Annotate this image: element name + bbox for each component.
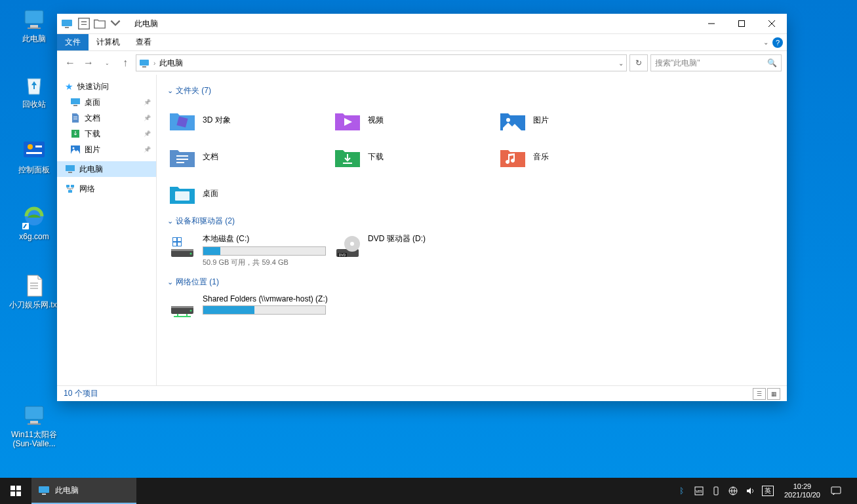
- sidebar-network[interactable]: 网络: [57, 181, 156, 197]
- system-tray: ᛒ vm 英 10:29 2021/10/20: [671, 478, 857, 504]
- folder-3d-objects[interactable]: 3D 对象: [167, 102, 332, 138]
- back-button[interactable]: ←: [62, 55, 78, 71]
- folder-pictures[interactable]: 图片: [498, 102, 663, 138]
- desktop-icon-label: Win11太阳谷(Sun-Valle...: [9, 430, 59, 448]
- view-details-button[interactable]: ☰: [753, 388, 766, 400]
- view-tiles-button[interactable]: ▦: [767, 388, 780, 400]
- star-icon: ★: [65, 81, 73, 92]
- folder-label: 下载: [368, 151, 384, 163]
- ribbon-expand-icon[interactable]: ⌄: [763, 39, 768, 46]
- folder-desktop[interactable]: 桌面: [167, 175, 332, 212]
- desktop-icon-recycle[interactable]: 回收站: [9, 72, 59, 109]
- search-placeholder: 搜索"此电脑": [655, 58, 700, 69]
- forward-button[interactable]: →: [81, 55, 96, 71]
- titlebar[interactable]: 此电脑: [57, 14, 787, 34]
- group-netloc-header[interactable]: 网络位置 (1): [167, 277, 776, 288]
- address-bar[interactable]: › 此电脑 ⌄: [136, 54, 627, 71]
- folder-label: 3D 对象: [203, 115, 231, 126]
- folder-downloads[interactable]: 下载: [332, 138, 498, 175]
- qat-properties-icon[interactable]: [77, 16, 91, 31]
- svg-rect-27: [66, 185, 70, 187]
- sidebar-label: 文档: [85, 113, 100, 124]
- address-dropdown-icon[interactable]: ⌄: [618, 60, 624, 67]
- vm-tools-icon[interactable]: vm: [694, 486, 704, 496]
- svg-rect-55: [10, 492, 15, 496]
- drive-d[interactable]: DVD DVD 驱动器 (D:): [332, 232, 498, 273]
- svg-rect-29: [68, 190, 72, 193]
- svg-rect-35: [343, 163, 352, 164]
- sidebar-quick-access[interactable]: ★ 快速访问: [57, 79, 156, 94]
- folder-music[interactable]: 音乐: [498, 138, 663, 175]
- svg-rect-19: [73, 105, 77, 106]
- content-area: 文件夹 (7) 3D 对象 视频 图片 文档 下载 音乐 桌面 设备和驱动器 (…: [157, 75, 787, 385]
- folder-label: 视频: [368, 115, 384, 126]
- ime-indicator[interactable]: 英: [762, 486, 774, 496]
- bluetooth-icon[interactable]: ᛒ: [677, 486, 687, 496]
- network-tray-icon[interactable]: [728, 486, 738, 496]
- group-folders-header[interactable]: 文件夹 (7): [167, 85, 776, 96]
- refresh-button[interactable]: ↻: [629, 54, 648, 71]
- close-button[interactable]: [757, 14, 787, 34]
- taskbar-app-explorer[interactable]: 此电脑: [31, 478, 136, 504]
- svg-point-39: [190, 253, 192, 255]
- help-icon[interactable]: ?: [772, 37, 783, 48]
- window-icon: [61, 18, 73, 29]
- svg-point-4: [28, 144, 33, 149]
- notification-icon[interactable]: [831, 486, 841, 496]
- sidebar-this-pc[interactable]: 此电脑: [57, 161, 156, 177]
- desktop-icon-txt[interactable]: 小刀娱乐网.txt: [9, 273, 59, 309]
- drive-name: 本地磁盘 (C:): [203, 233, 331, 244]
- ribbon-tab-view[interactable]: 查看: [128, 34, 159, 50]
- drive-z[interactable]: Shared Folders (\\vmware-host) (Z:): [167, 293, 332, 327]
- sidebar-item-desktop[interactable]: 桌面: [57, 94, 156, 110]
- desktop-icon-this-pc[interactable]: 此电脑: [9, 7, 59, 43]
- volume-icon[interactable]: [745, 486, 755, 496]
- sidebar-label: 快速访问: [77, 81, 109, 92]
- usb-icon[interactable]: [711, 486, 721, 496]
- up-button[interactable]: ↑: [117, 55, 133, 71]
- desktop-icon-win11[interactable]: Win11太阳谷(Sun-Valle...: [9, 402, 59, 448]
- drive-stat: 50.9 GB 可用，共 59.4 GB: [203, 258, 331, 267]
- svg-rect-33: [176, 159, 188, 160]
- explorer-window: 此电脑 文件 计算机 查看 ⌄ ? ← → ⌄ ↑ › 此电脑 ⌄ ↻ 搜索"此…: [57, 14, 787, 401]
- sidebar-item-downloads[interactable]: 下载: [57, 126, 156, 142]
- qat-dropdown-icon[interactable]: [108, 16, 123, 31]
- ribbon-tab-computer[interactable]: 计算机: [89, 34, 128, 50]
- svg-rect-63: [831, 487, 841, 494]
- picture-icon: [499, 108, 527, 132]
- window-title: 此电脑: [127, 18, 158, 29]
- desktop-icon-label: 此电脑: [9, 34, 59, 43]
- svg-rect-32: [176, 155, 188, 157]
- svg-rect-11: [28, 423, 41, 425]
- folder-label: 桌面: [203, 188, 218, 199]
- svg-rect-13: [65, 27, 69, 28]
- sidebar-item-documents[interactable]: 文档: [57, 110, 156, 126]
- start-button[interactable]: [0, 478, 31, 504]
- dvd-icon: DVD: [334, 233, 361, 261]
- search-box[interactable]: 搜索"此电脑" 🔍: [650, 54, 782, 71]
- folder-label: 图片: [533, 115, 549, 126]
- folder-documents[interactable]: 文档: [167, 138, 332, 175]
- svg-rect-14: [79, 18, 90, 29]
- maximize-button[interactable]: [727, 14, 757, 34]
- group-drives-header[interactable]: 设备和驱动器 (2): [167, 216, 776, 227]
- folder-videos[interactable]: 视频: [332, 102, 498, 138]
- svg-point-24: [73, 147, 75, 149]
- sidebar-label: 图片: [85, 144, 100, 155]
- drive-c[interactable]: 本地磁盘 (C:) 50.9 GB 可用，共 59.4 GB: [167, 232, 332, 273]
- clock-date: 2021/10/20: [784, 491, 820, 499]
- desktop-icon-label: 回收站: [9, 100, 59, 109]
- minimize-button[interactable]: [696, 14, 727, 34]
- sidebar-item-pictures[interactable]: 图片: [57, 142, 156, 157]
- recent-dropdown[interactable]: ⌄: [99, 55, 115, 71]
- clock[interactable]: 10:29 2021/10/20: [780, 482, 824, 499]
- ribbon-tab-file[interactable]: 文件: [57, 34, 89, 50]
- svg-rect-1: [30, 25, 38, 28]
- svg-rect-26: [68, 172, 72, 173]
- drive-name: DVD 驱动器 (D:): [368, 233, 496, 244]
- svg-rect-53: [10, 486, 15, 490]
- qat-new-folder-icon[interactable]: [92, 16, 107, 31]
- desktop-icon-control-panel[interactable]: 控制面板: [9, 138, 59, 174]
- quick-access-toolbar: [77, 16, 123, 31]
- desktop-icon-link[interactable]: x6g.com: [9, 204, 59, 241]
